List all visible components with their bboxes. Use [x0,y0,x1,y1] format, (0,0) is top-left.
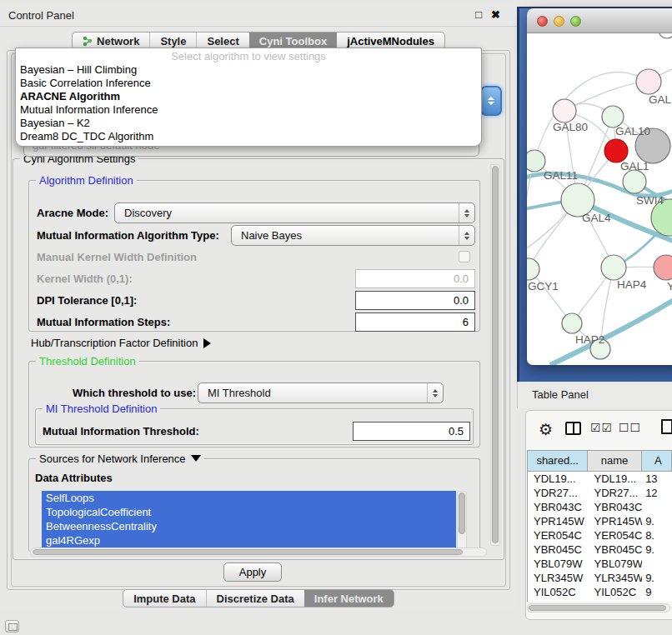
mi-algorithm-type-combo[interactable]: Naive Bayes [231,225,475,246]
network-canvas[interactable]: GAL GAL80 GAL10 GAL1 GAL11 SWI4 GAL4 GCY… [527,33,672,365]
cell: 9. [642,571,672,585]
table-row[interactable]: YBL079WYBL079W [528,557,672,571]
zoom-traffic-light-icon[interactable] [570,16,581,27]
scrollbar-thumb[interactable] [529,605,666,611]
network-window-titlebar[interactable] [527,8,672,33]
cell: 9. [642,542,672,557]
dpi-tolerance-label: DPI Tolerance [0,1]: [37,294,137,307]
attribute-item-betweennesscentrality[interactable]: BetweennessCentrality [42,519,456,533]
cell: YLR345W [589,571,643,585]
cell: YBR045C [528,542,589,557]
attribute-item-topologicalcoefficient[interactable]: TopologicalCoefficient [42,505,456,519]
algorithm-option-dream8[interactable]: Dream8 DC_TDC Algorithm [16,130,481,143]
scrollbar-thumb[interactable] [492,166,499,543]
network-view-window[interactable]: GAL GAL80 GAL10 GAL1 GAL11 SWI4 GAL4 GCY… [527,8,672,365]
dpi-tolerance-field[interactable]: 0.0 [355,291,475,310]
algorithm-option-mutual-information[interactable]: Mutual Information Inference [16,103,481,117]
cell: YER054C [528,528,589,542]
column-header-partial[interactable]: A [642,451,672,472]
tab-network-label: Network [97,35,139,48]
mi-threshold-field[interactable]: 0.5 [353,422,470,441]
table-row[interactable]: YPR145WYPR145W9. [528,514,672,528]
kernel-width-field[interactable]: 0.0 [355,269,475,288]
algorithm-option-bayesian-hill-climbing[interactable]: Bayesian – Hill Climbing [16,63,481,77]
table-row[interactable]: YLR345WYLR345W9. [528,571,672,585]
export-table-icon[interactable] [661,419,672,434]
table-row[interactable]: YBR045CYBR045C9. [528,542,672,557]
table-horizontal-scrollbar[interactable] [527,603,670,612]
threshold-definition-group: Threshold Definition Which threshold to … [28,361,480,448]
select-all-checkboxes-icon[interactable]: ☑☑ [590,421,613,434]
manual-kernel-width-checkbox[interactable] [459,251,470,262]
aracne-mode-combo[interactable]: Discovery [114,202,475,223]
scrollbar-thumb[interactable] [459,492,465,534]
mi-threshold-group-title: MI Threshold Definition [43,402,160,415]
hub-definition-toggle[interactable]: Hub/Transcription Factor Definition [31,337,211,349]
algorithm-option-aracne[interactable]: ARACNE Algorithm [16,90,481,103]
which-threshold-value: MI Threshold [208,387,271,399]
cell: 13 [642,472,672,486]
settings-vertical-scrollbar[interactable] [490,164,500,546]
cell: YBR045C [589,542,643,557]
node-attribute-table[interactable]: shared... name A YDL19...YDL19...13 YDR2… [527,450,672,602]
tab-cyni-toolbox[interactable]: Cyni Toolbox [249,32,337,49]
tab-discretize-data-label: Discretize Data [217,592,294,605]
algorithm-option-basic-correlation[interactable]: Basic Correlation Inference [16,77,481,90]
table-row[interactable]: YDL19...YDL19...13 [528,472,672,486]
scrollbar-thumb[interactable] [33,549,463,555]
cell: YBR043C [528,500,589,514]
float-window-icon[interactable]: □ [475,8,482,21]
tab-style[interactable]: Style [149,32,196,49]
node-label: Y [667,280,672,292]
settings-horizontal-scrollbar[interactable] [30,548,487,557]
table-row[interactable]: YER054CYER054C8. [528,528,672,542]
mi-steps-field[interactable]: 6 [355,312,475,332]
deselect-all-checkboxes-icon[interactable]: ☐☐ [619,421,641,434]
mi-threshold-group: MI Threshold Definition Mutual Informati… [35,408,474,445]
cell: YDR27... [589,486,643,500]
cell: YDL19... [589,472,643,486]
tab-select[interactable]: Select [196,32,248,49]
inference-algorithm-combo-spinner[interactable] [480,86,502,116]
attributes-list-scrollbar[interactable] [457,491,467,552]
attribute-item-gal4rgexp[interactable]: gal4RGexp [42,533,456,548]
cell: 12 [642,486,672,500]
gear-icon[interactable]: ⚙ [539,420,553,439]
sources-title-text: Sources for Network Inference [39,452,186,465]
table-header-row: shared... name A [528,451,672,472]
apply-button[interactable]: Apply [223,562,282,582]
minimize-traffic-light-icon[interactable] [554,16,564,27]
tab-jactivemnodules[interactable]: jActiveMNodules [337,32,444,49]
tab-network[interactable]: Network [73,32,149,49]
tab-impute-data[interactable]: Impute Data [123,590,205,607]
data-attributes-list[interactable]: SelfLoops TopologicalCoefficient Between… [42,491,456,552]
algorithm-definition-title: Algorithm Definition [36,174,137,187]
algorithm-option-bayesian-k2[interactable]: Bayesian – K2 [16,117,481,130]
cell: YIL052C [528,585,589,599]
table-row[interactable]: YIL052CYIL052C9 [528,585,672,599]
table-row[interactable]: YDR27...YDR27...12 [528,486,672,500]
column-header-name[interactable]: name [588,451,641,472]
which-threshold-combo[interactable]: MI Threshold [198,382,444,403]
hub-definition-label: Hub/Transcription Factor Definition [31,337,198,349]
sources-group: Sources for Network Inference Data Attri… [28,458,480,552]
tab-infer-network[interactable]: Infer Network [304,590,394,607]
tab-select-label: Select [207,35,238,48]
node-label: SWI4 [636,194,664,207]
node-label: GAL10 [615,125,650,138]
column-layout-icon[interactable] [565,422,581,435]
column-header-shared-name[interactable]: shared... [528,451,588,472]
cell: YBL079W [589,557,643,571]
cell: YDR27... [528,486,589,500]
cell: YPR145W [528,514,589,528]
tab-jactivemnodules-label: jActiveMNodules [347,35,434,48]
tab-discretize-data[interactable]: Discretize Data [206,590,304,607]
node-label: GAL4 [582,212,611,224]
attribute-item-selfloops[interactable]: SelfLoops [42,491,456,505]
combo-spinner-icon [427,383,443,402]
close-traffic-light-icon[interactable] [537,16,548,27]
close-icon[interactable]: ✖ [491,8,500,21]
table-row[interactable]: YBR043CYBR043C [528,500,672,514]
expanded-arrow-icon[interactable] [191,455,201,462]
minimized-panel-icon[interactable] [5,620,19,632]
